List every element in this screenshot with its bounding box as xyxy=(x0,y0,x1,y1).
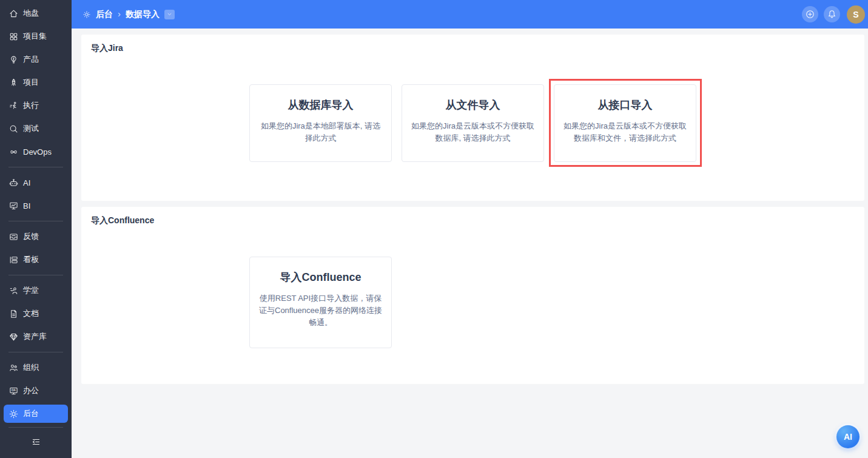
sidebar-divider xyxy=(8,427,63,428)
sidebar-item-sprint[interactable]: 执行 xyxy=(4,96,68,115)
card-title: 从接口导入 xyxy=(564,97,687,113)
topbar-actions: S xyxy=(802,5,865,24)
office-monitor-icon: OA xyxy=(8,386,19,396)
confluence-import-section: 导入Confluence 导入Confluence 使用REST API接口导入… xyxy=(81,207,864,384)
sidebar-item-label: BI xyxy=(23,201,30,210)
sidebar-item-label: DevOps xyxy=(23,147,52,157)
main-content: 导入Jira 从数据库导入 如果您的Jira是本地部署版本, 请选择此方式 从文… xyxy=(72,29,868,458)
chevron-right-icon: › xyxy=(118,8,121,19)
sidebar-item-label: 组织 xyxy=(23,362,39,373)
sidebar-nav: 地盘项目集产品项目执行测试DevOpsAIBI反馈看板学堂文档资产库组织OA办公… xyxy=(0,0,72,425)
notifications-button[interactable] xyxy=(824,6,840,22)
card-description: 如果您的Jira是云版本或不方便获取数据库, 请选择此方式 xyxy=(411,120,534,144)
sidebar-item-admin[interactable]: 后台 xyxy=(4,405,68,423)
card-description: 使用REST API接口导入数据，请保证与Confluencee服务器的网络连接… xyxy=(259,292,382,329)
create-button[interactable] xyxy=(802,6,818,22)
confluence-cards-row: 导入Confluence 使用REST API接口导入数据，请保证与Conflu… xyxy=(249,257,696,348)
sidebar-item-home[interactable]: 地盘 xyxy=(4,4,68,22)
bell-icon xyxy=(827,9,837,19)
sidebar-item-kanban[interactable]: 看板 xyxy=(4,251,68,269)
sidebar-footer xyxy=(0,423,72,454)
card-description: 如果您的Jira是云版本或不方便获取数据库和文件，请选择此方式 xyxy=(564,120,687,144)
people-icon xyxy=(8,363,19,373)
card-title: 导入Confluence xyxy=(259,269,382,285)
robot-icon xyxy=(8,178,19,188)
sidebar-item-assets[interactable]: 资产库 xyxy=(4,328,68,346)
bulb-icon xyxy=(8,55,19,65)
document-icon xyxy=(8,309,19,319)
sidebar-item-project[interactable]: 项目 xyxy=(4,73,68,92)
sidebar-item-label: 看板 xyxy=(23,254,39,265)
gear-icon xyxy=(82,10,91,19)
sidebar-item-ai[interactable]: AI xyxy=(4,173,68,192)
sidebar-item-label: 文档 xyxy=(23,308,39,319)
sidebar-item-label: 后台 xyxy=(23,408,39,419)
sidebar-item-product[interactable]: 产品 xyxy=(4,50,68,69)
breadcrumb-item-admin[interactable]: 后台 xyxy=(96,9,113,20)
app-root: 地盘项目集产品项目执行测试DevOpsAIBI反馈看板学堂文档资产库组织OA办公… xyxy=(0,0,868,458)
ai-assistant-button[interactable]: AI xyxy=(836,425,860,448)
sidebar-divider xyxy=(8,221,63,221)
sidebar-item-label: 资产库 xyxy=(23,331,47,342)
import-from-file-card[interactable]: 从文件导入 如果您的Jira是云版本或不方便获取数据库, 请选择此方式 xyxy=(402,84,544,162)
import-from-database-card[interactable]: 从数据库导入 如果您的Jira是本地部署版本, 请选择此方式 xyxy=(249,84,392,162)
home-icon xyxy=(8,8,19,19)
runner-icon xyxy=(8,101,19,111)
breadcrumb-dropdown-button[interactable] xyxy=(164,10,175,19)
sidebar-divider xyxy=(8,167,63,167)
sidebar-item-feedback[interactable]: 反馈 xyxy=(4,227,68,246)
sidebar-item-label: AI xyxy=(23,178,30,187)
jira-import-section: 导入Jira 从数据库导入 如果您的Jira是本地部署版本, 请选择此方式 从文… xyxy=(81,35,864,201)
card-title: 从数据库导入 xyxy=(259,97,382,113)
teacher-icon xyxy=(8,286,19,296)
gear-icon xyxy=(8,409,19,419)
plus-circle-icon xyxy=(805,9,815,19)
sidebar-item-label: 测试 xyxy=(23,123,39,134)
sidebar-item-bi[interactable]: BI xyxy=(4,197,68,215)
card-description: 如果您的Jira是本地部署版本, 请选择此方式 xyxy=(259,120,382,144)
rocket-icon xyxy=(8,78,19,88)
inbox-icon xyxy=(8,232,19,242)
magnifier-icon xyxy=(8,124,19,134)
import-from-api-card[interactable]: 从接口导入 如果您的Jira是云版本或不方便获取数据库和文件，请选择此方式 xyxy=(554,84,696,162)
sidebar: 地盘项目集产品项目执行测试DevOpsAIBI反馈看板学堂文档资产库组织OA办公… xyxy=(0,0,72,458)
sidebar-item-label: 学堂 xyxy=(23,285,39,296)
sidebar-item-project-sets[interactable]: 项目集 xyxy=(4,27,68,45)
diamond-icon xyxy=(8,332,19,342)
breadcrumb-item-data-import[interactable]: 数据导入 xyxy=(126,9,160,20)
jira-cards-row: 从数据库导入 如果您的Jira是本地部署版本, 请选择此方式 从文件导入 如果您… xyxy=(249,84,696,162)
topbar: 后台 › 数据导入 S xyxy=(72,0,868,29)
infinity-icon xyxy=(8,147,19,157)
collapse-menu-icon xyxy=(31,437,41,449)
kanban-icon xyxy=(8,255,19,265)
section-title-jira: 导入Jira xyxy=(81,35,864,53)
sidebar-item-school[interactable]: 学堂 xyxy=(4,281,68,300)
sidebar-item-office[interactable]: OA办公 xyxy=(4,382,68,400)
sidebar-item-org[interactable]: 组织 xyxy=(4,359,68,377)
sidebar-item-label: 地盘 xyxy=(23,8,39,19)
avatar[interactable]: S xyxy=(847,5,865,24)
section-title-confluence: 导入Confluence xyxy=(81,207,864,225)
sidebar-item-docs[interactable]: 文档 xyxy=(4,305,68,323)
sidebar-item-label: 执行 xyxy=(23,100,39,111)
sidebar-item-label: 反馈 xyxy=(23,231,39,242)
sidebar-item-label: 项目集 xyxy=(23,31,47,42)
collapse-sidebar-button[interactable] xyxy=(0,431,72,454)
chart-board-icon xyxy=(8,201,19,211)
svg-text:OA: OA xyxy=(12,389,16,392)
card-title: 从文件导入 xyxy=(411,97,534,113)
breadcrumb: 后台 › 数据导入 xyxy=(82,9,175,20)
sidebar-divider xyxy=(8,352,63,352)
grid-icon xyxy=(8,32,19,42)
chevron-down-icon xyxy=(166,11,173,18)
sidebar-divider xyxy=(8,275,63,275)
sidebar-item-devops[interactable]: DevOps xyxy=(4,143,68,161)
import-confluence-card[interactable]: 导入Confluence 使用REST API接口导入数据，请保证与Conflu… xyxy=(249,257,392,348)
sidebar-item-label: 办公 xyxy=(23,385,39,396)
sidebar-item-label: 产品 xyxy=(23,54,39,65)
sidebar-item-test[interactable]: 测试 xyxy=(4,120,68,138)
sidebar-item-label: 项目 xyxy=(23,77,39,88)
